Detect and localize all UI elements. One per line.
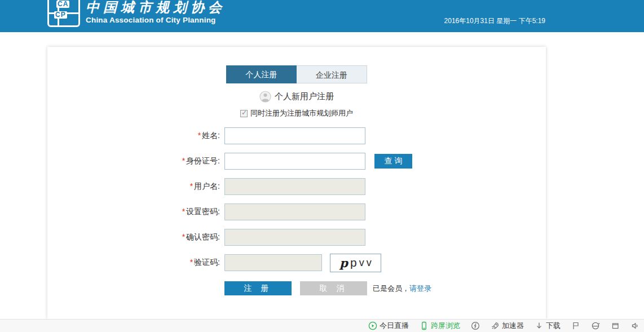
register-button[interactable]: 注 册 [224,281,292,295]
registration-panel: 个人注册 企业注册 个人新用户注册 同时注册为注册城市规划师用户 *姓名: *身… [47,47,546,319]
captcha-image[interactable]: p p v v [330,254,381,272]
toolbar-item-speed-test[interactable] [471,321,480,330]
toolbar-download-label: 下载 [546,321,561,331]
captcha-input [224,254,322,271]
cacp-logo-icon: CA CP [47,0,80,27]
ie-icon [591,321,600,330]
password-field-row: *设置密码: [47,203,546,220]
tab-personal-register[interactable]: 个人注册 [226,65,297,83]
captcha-char: p [350,256,357,269]
logo-text-bottom: CP [54,11,67,19]
name-label: *姓名: [47,131,220,141]
required-asterisk: * [190,258,193,267]
confirm-password-field-row: *确认密码: [47,229,546,246]
brand-block: 中国城市规划协会 China Association of City Plann… [86,0,226,24]
confirm-password-input [224,229,365,246]
brand-name-english: China Association of City Planning [86,16,226,24]
toolbar-item-compatibility[interactable] [591,321,600,330]
form-actions-row: 注 册 取 消 已是会员， 请登录 [47,281,546,295]
register-tabs: 个人注册 企业注册 [226,65,367,83]
planner-checkbox [240,110,248,117]
flag-icon [571,321,580,330]
toolbar-item-cross-screen[interactable]: 跨屏浏览 [420,321,460,331]
captcha-field-row: *验证码: p p v v [47,254,546,271]
id-number-field-row: *身份证号: 查 询 [47,153,546,170]
rocket-icon [491,321,500,330]
cancel-button[interactable]: 取 消 [300,281,367,295]
toolbar-cross-screen-label: 跨屏浏览 [431,321,460,331]
login-link[interactable]: 请登录 [409,284,431,294]
restore-window-icon [611,321,620,330]
id-number-label: *身份证号: [47,156,220,166]
toolbar-live-label: 今日直播 [380,321,409,331]
required-asterisk: * [182,207,185,216]
required-asterisk: * [190,182,193,191]
required-asterisk: * [182,156,185,165]
captcha-char: v [367,257,372,269]
site-header: CA CP 中国城市规划协会 China Association of City… [0,0,644,32]
download-arrow-icon [535,321,544,330]
speedometer-icon [471,321,480,330]
toolbar-item-booster[interactable]: 加速器 [491,321,524,331]
toolbar-item-volume[interactable] [630,321,639,330]
member-text: 已是会员， [373,284,409,294]
password-input [224,203,365,220]
browser-toolbar: 今日直播 跨屏浏览 加速器 下载 [0,319,644,332]
form-title-row: 个人新用户注册 [47,91,546,103]
name-input[interactable] [224,127,365,144]
form-title: 个人新用户注册 [275,91,334,102]
toolbar-item-live[interactable]: 今日直播 [368,321,409,331]
id-number-input[interactable] [224,153,365,170]
phone-icon [420,321,429,330]
user-icon [259,91,271,103]
captcha-char: p [339,256,348,270]
username-input [224,178,365,195]
planner-checkbox-label: 同时注册为注册城市规划师用户 [250,108,353,118]
password-label: *设置密码: [47,207,220,217]
username-label: *用户名: [47,182,220,192]
confirm-password-label: *确认密码: [47,232,220,242]
required-asterisk: * [182,232,185,241]
tab-enterprise-register[interactable]: 企业注册 [297,65,367,83]
logo-text-top: CA [56,1,69,8]
toolbar-item-download[interactable]: 下载 [535,321,561,331]
registration-form: *姓名: *身份证号: 查 询 *用户名: *设置密码: *确认密码: *验证码… [47,127,546,295]
name-field-row: *姓名: [47,127,546,144]
toolbar-item-restore-window[interactable] [611,321,620,330]
query-button[interactable]: 查 询 [374,154,412,169]
datetime-text: 2016年10月31日 星期一 下午5:19 [444,16,545,26]
speaker-icon [630,321,639,330]
username-field-row: *用户名: [47,178,546,195]
brand-name-chinese: 中国城市规划协会 [86,0,226,15]
play-circle-icon [368,321,377,330]
captcha-char: v [359,257,364,269]
captcha-label: *验证码: [47,258,220,268]
planner-checkbox-row: 同时注册为注册城市规划师用户 [47,108,546,118]
toolbar-item-report[interactable] [571,321,580,330]
required-asterisk: * [198,131,201,140]
toolbar-booster-label: 加速器 [502,321,524,331]
